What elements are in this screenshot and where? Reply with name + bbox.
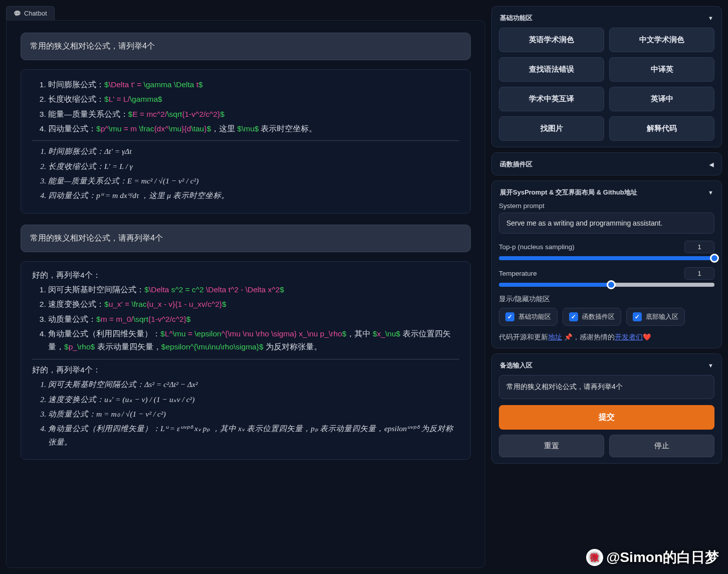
topp-label: Top-p (nucleus sampling) xyxy=(499,243,575,251)
formula-rendered: 闵可夫斯基时空间隔公式：Δs² = c²Δt² − Δx² xyxy=(48,378,459,391)
repo-link[interactable]: 地址 xyxy=(548,333,562,341)
temperature-label: Temperature xyxy=(499,270,537,277)
chevron-down-icon: ▼ xyxy=(708,15,713,21)
func-button[interactable]: 查找语法错误 xyxy=(499,57,604,82)
func-button[interactable]: 英语学术润色 xyxy=(499,28,604,52)
panel-alt-input-header[interactable]: 备选输入区 ▼ xyxy=(499,359,714,375)
formula-rendered: 速度变换公式：uₓ′ = (uₓ − v) / (1 − uₓv / c²) xyxy=(48,393,459,406)
func-button[interactable]: 学术中英互译 xyxy=(499,87,604,111)
checkbox-icon: ✓ xyxy=(569,312,578,321)
panel-alt-input: 备选输入区 ▼ 常用的狭义相对论公式，请再列举4个 提交 重置 停止 xyxy=(491,353,722,464)
checkbox-icon: ✓ xyxy=(633,312,642,321)
visibility-checkbox[interactable]: ✓底部输入区 xyxy=(626,308,685,326)
devs-link[interactable]: 开发者们 xyxy=(615,333,643,341)
visibility-checkbox[interactable]: ✓函数插件区 xyxy=(563,308,621,326)
footer-note: 代码开源和更新地址 📌，感谢热情的开发者们❤️ xyxy=(499,333,714,342)
formula-rendered: 四动量公式：pᵘ = m dxᵘ/dτ ，这里 μ 表示时空坐标。 xyxy=(48,189,459,202)
panel-sysprompt: 展开SysPrompt & 交互界面布局 & Github地址 ▼ System… xyxy=(491,180,722,348)
panel-functions-header[interactable]: 函数插件区 ◀ xyxy=(499,158,714,170)
temperature-value[interactable]: 1 xyxy=(684,267,714,280)
formula-rendered: 动质量公式：m = m₀ / √(1 − v² / c²) xyxy=(48,408,459,421)
formula-rendered: 长度收缩公式：L′ = L / γ xyxy=(48,160,459,173)
tab-chatbot[interactable]: 💬 Chatbot xyxy=(6,6,55,20)
bot-message: 时间膨胀公式：$\Delta t' = \gamma \Delta t$长度收缩… xyxy=(21,69,471,214)
visibility-checkbox[interactable]: ✓基础功能区 xyxy=(499,308,558,326)
topp-slider[interactable] xyxy=(499,256,714,260)
func-button[interactable]: 中文学术润色 xyxy=(609,28,714,52)
panel-basic-header[interactable]: 基础功能区 ▼ xyxy=(499,12,714,28)
formula-raw: 能量—质量关系公式：$E = mc^2/\sqrt{1-v^2/c^2}$ xyxy=(48,108,459,121)
formula-raw: 速度变换公式：$u_x' = \frac{u_x - v}{1 - u_xv/c… xyxy=(48,298,459,311)
tab-label: Chatbot xyxy=(24,10,47,17)
panel-sysprompt-header[interactable]: 展开SysPrompt & 交互界面布局 & Github地址 ▼ xyxy=(499,186,714,202)
panel-basic: 基础功能区 ▼ 英语学术润色中文学术润色查找语法错误中译英学术中英互译英译中找图… xyxy=(491,6,722,147)
stop-button[interactable]: 停止 xyxy=(609,435,714,457)
formula-raw: 四动量公式：$p^\mu = m \frac{dx^\mu}{d\tau}$，这… xyxy=(48,122,459,135)
submit-button[interactable]: 提交 xyxy=(499,405,714,430)
formula-raw: 动质量公式：$m = m_0/\sqrt{1-v^2/c^2}$ xyxy=(48,313,459,326)
reset-button[interactable]: 重置 xyxy=(499,435,604,457)
func-button[interactable]: 找图片 xyxy=(499,116,604,141)
topp-value[interactable]: 1 xyxy=(684,241,714,253)
formula-rendered: 角动量公式（利用四维矢量）：Lᵘ = εᵘᵛᵖᵟ xᵥ pₚ ，其中 xᵥ 表示… xyxy=(48,422,459,449)
chat-area[interactable]: 常用的狭义相对论公式，请列举4个 时间膨胀公式：$\Delta t' = \ga… xyxy=(6,20,485,568)
formula-raw: 长度收缩公式：$L' = L/\gamma$ xyxy=(48,93,459,106)
chevron-down-icon: ▼ xyxy=(708,189,713,196)
bot-message: 好的，再列举4个： 闵可夫斯基时空间隔公式：$\Delta s^2 = c^2 … xyxy=(21,261,471,460)
visibility-label: 显示/隐藏功能区 xyxy=(499,295,714,304)
user-message: 常用的狭义相对论公式，请再列举4个 xyxy=(21,225,471,252)
user-message: 常用的狭义相对论公式，请列举4个 xyxy=(21,33,471,60)
chat-icon: 💬 xyxy=(14,10,21,17)
formula-raw: 闵可夫斯基时空间隔公式：$\Delta s^2 = c^2 \Delta t^2… xyxy=(48,283,459,296)
system-prompt-input[interactable]: Serve me as a writing and programming as… xyxy=(499,213,714,234)
func-button[interactable]: 中译英 xyxy=(609,57,714,82)
formula-raw: 角动量公式（利用四维矢量）：$L^\mu = \epsilon^{\mu \nu… xyxy=(48,327,459,354)
alt-input[interactable]: 常用的狭义相对论公式，请再列举4个 xyxy=(499,375,714,399)
system-prompt-label: System prompt xyxy=(499,202,714,210)
temperature-slider[interactable] xyxy=(499,283,714,287)
func-button[interactable]: 解释代码 xyxy=(609,116,714,141)
panel-functions: 函数插件区 ◀ xyxy=(491,152,722,175)
formula-raw: 时间膨胀公式：$\Delta t' = \gamma \Delta t$ xyxy=(48,78,459,91)
chevron-down-icon: ▼ xyxy=(708,362,713,368)
formula-rendered: 能量—质量关系公式：E = mc² / √(1 − v² / c²) xyxy=(48,174,459,187)
func-button[interactable]: 英译中 xyxy=(609,87,714,111)
checkbox-icon: ✓ xyxy=(505,312,514,321)
formula-rendered: 时间膨胀公式：Δt′ = γΔt xyxy=(48,145,459,158)
chevron-left-icon: ◀ xyxy=(709,161,713,168)
